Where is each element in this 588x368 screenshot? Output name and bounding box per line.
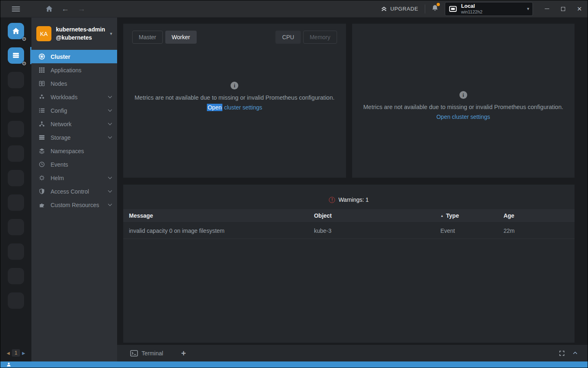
hotbar-empty-slot xyxy=(8,96,24,113)
page-next-icon[interactable]: ▶ xyxy=(22,351,25,355)
disks-icon xyxy=(38,134,45,141)
sidebar-item-custom-resources[interactable]: Custom Resources xyxy=(31,198,117,212)
sidebar-item-storage[interactable]: Storage xyxy=(31,131,117,144)
active-cluster-subtitle: win1122h2 xyxy=(461,9,527,15)
hotbar-item-catalog[interactable]: ⚙ xyxy=(8,23,24,39)
sidebar-item-label: Helm xyxy=(51,175,109,181)
app-window: ← → UPGRADE Local win1122h2 ▾ xyxy=(0,0,588,368)
puzzle-icon xyxy=(38,201,45,208)
new-tab-button[interactable]: + xyxy=(181,349,186,357)
sidebar-menu: Cluster Applications Nodes Workloads xyxy=(31,50,117,212)
column-header-type[interactable]: ▲ Type xyxy=(435,212,498,219)
hotbar-item-active-cluster[interactable]: ⚙ xyxy=(8,47,24,64)
sidebar-item-events[interactable]: Events xyxy=(31,158,117,171)
hotbar-empty-slot xyxy=(8,194,24,211)
metrics-panel-left: Master Worker CPU Memory i Metrics are n… xyxy=(123,24,346,178)
titlebar-divider xyxy=(425,4,425,13)
metrics-unavailable-message: Metrics are not available due to missing… xyxy=(135,94,335,101)
close-icon: ✕ xyxy=(577,5,582,13)
maximize-button[interactable] xyxy=(555,0,571,17)
open-cluster-settings-link[interactable]: cluster settings xyxy=(224,104,262,111)
hotbar-empty-slot xyxy=(8,268,24,284)
menu-icon[interactable] xyxy=(12,5,20,13)
sort-asc-icon: ▲ xyxy=(440,214,444,218)
page-prev-icon[interactable]: ◀ xyxy=(7,351,10,355)
layers-icon xyxy=(38,147,45,154)
chevron-down-icon xyxy=(108,108,112,112)
gear-icon[interactable]: ⚙ xyxy=(22,36,27,42)
terminal-tab-label: Terminal xyxy=(142,350,163,357)
back-button[interactable]: ← xyxy=(60,4,71,14)
event-message: invalid capacity 0 on image filesystem xyxy=(123,227,308,234)
sidebar-item-workloads[interactable]: Workloads xyxy=(31,90,117,104)
sidebar-item-label: Storage xyxy=(51,134,109,141)
avatar: KA xyxy=(36,26,51,41)
hotbar-empty-slot xyxy=(8,219,24,235)
chevron-down-icon xyxy=(108,202,112,206)
list-icon xyxy=(38,107,45,114)
cluster-switcher-dropdown[interactable]: Local win1122h2 ▾ xyxy=(445,2,533,16)
events-table: Message Object ▲ Type Age invalid capaci… xyxy=(123,209,575,239)
hotbar-empty-slot xyxy=(8,121,24,137)
sidebar-item-label: Nodes xyxy=(51,80,111,87)
sidebar-item-config[interactable]: Config xyxy=(31,104,117,117)
forward-button[interactable]: → xyxy=(76,4,87,14)
table-row[interactable]: invalid capacity 0 on image filesystem k… xyxy=(123,223,575,239)
notifications-button[interactable] xyxy=(431,4,439,14)
cpu-tab-button[interactable]: CPU xyxy=(275,31,301,44)
column-header-object[interactable]: Object xyxy=(308,212,435,219)
table-icon xyxy=(11,51,20,60)
sidebar-item-label: Applications xyxy=(51,67,111,74)
gear-icon[interactable]: ⚙ xyxy=(22,60,27,67)
worker-tab-button[interactable]: Worker xyxy=(165,31,197,44)
hotbar-empty-slot xyxy=(8,243,24,260)
open-cluster-settings-link-highlight[interactable]: Open xyxy=(207,104,222,111)
master-tab-button[interactable]: Master xyxy=(132,31,163,44)
terminal-tab[interactable]: Terminal xyxy=(130,350,163,357)
cluster-sidebar: KA kubernetes-admin@kubernetes ▾ Cluster… xyxy=(31,18,117,361)
open-cluster-settings-link[interactable]: Open cluster settings xyxy=(436,114,490,120)
chevron-down-icon xyxy=(108,135,112,139)
maximize-icon xyxy=(561,7,565,11)
sidebar-item-nodes[interactable]: Nodes xyxy=(31,77,117,90)
cluster-overview: Master Worker CPU Memory i Metrics are n… xyxy=(117,18,588,344)
status-user-button[interactable] xyxy=(6,362,11,367)
memory-tab-button[interactable]: Memory xyxy=(303,31,337,44)
column-header-age[interactable]: Age xyxy=(498,212,575,219)
hotbar-empty-slot xyxy=(8,292,24,309)
forward-arrow-icon: → xyxy=(78,5,86,13)
upgrade-button[interactable]: UPGRADE xyxy=(380,5,419,13)
shield-icon xyxy=(38,188,45,195)
info-icon: i xyxy=(231,82,238,89)
sidebar-item-namespaces[interactable]: Namespaces xyxy=(31,144,117,158)
sidebar-item-network[interactable]: Network xyxy=(31,117,117,131)
home-icon xyxy=(11,27,20,36)
close-button[interactable]: ✕ xyxy=(571,0,588,17)
hotbar-empty-slot xyxy=(8,72,24,88)
sidebar-item-access-control[interactable]: Access Control xyxy=(31,185,117,198)
account-dropdown[interactable]: KA kubernetes-admin@kubernetes ▾ xyxy=(31,18,117,50)
kubernetes-wheel-icon xyxy=(38,53,45,60)
sidebar-item-helm[interactable]: Helm xyxy=(31,171,117,185)
dock-collapse-button[interactable] xyxy=(570,348,580,359)
minimize-button[interactable] xyxy=(539,0,555,17)
sidebar-item-applications[interactable]: Applications xyxy=(31,63,117,77)
sidebar-item-cluster[interactable]: Cluster xyxy=(31,50,117,63)
dock-fullscreen-button[interactable] xyxy=(557,348,567,359)
hotbar-empty-slot xyxy=(8,170,24,186)
network-icon xyxy=(38,120,45,127)
active-cluster-indicator xyxy=(30,47,31,64)
home-button[interactable] xyxy=(44,4,54,14)
cubes-icon xyxy=(38,94,45,100)
warnings-count: Warnings: 1 xyxy=(338,196,368,203)
monitor-icon xyxy=(448,4,457,13)
double-chevron-up-icon xyxy=(380,5,388,13)
column-header-message[interactable]: Message xyxy=(123,212,308,219)
hotbar-pagination: ◀ 1 ▶ xyxy=(0,349,31,357)
grid-icon xyxy=(38,67,45,74)
status-bar xyxy=(0,361,588,368)
chevron-down-icon xyxy=(108,121,112,125)
event-age: 22m xyxy=(498,227,575,234)
helm-wheel-icon xyxy=(38,174,45,181)
chevron-down-icon: ▾ xyxy=(110,31,112,36)
